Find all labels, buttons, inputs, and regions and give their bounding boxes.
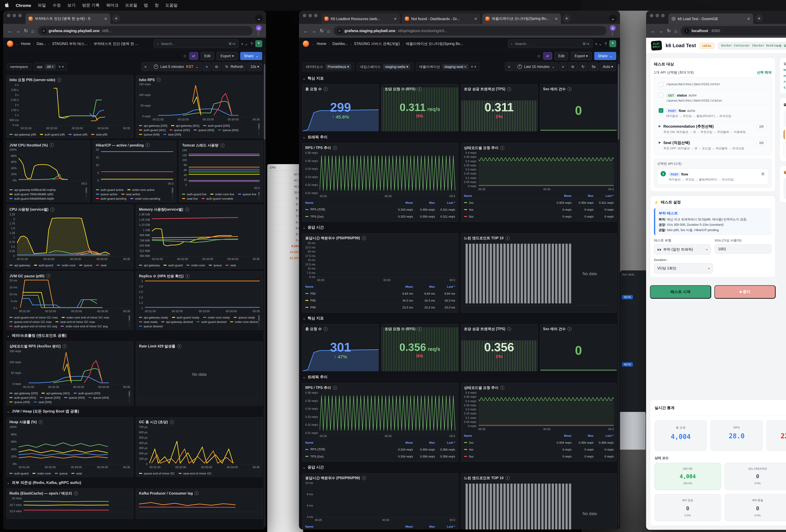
section-header[interactable]: ⌄핵심 지표 <box>302 315 617 322</box>
panel-title[interactable]: 상태코드별 요청 추이i <box>464 386 614 390</box>
profile-avatar[interactable]: 슬 <box>610 25 616 31</box>
api-group-row[interactable]: ▶Recommendation (추천선택)추천 ON: 매치옵션 → 큐 → … <box>657 121 769 137</box>
add-dashboard-icon[interactable]: + ⌄ <box>595 41 602 46</box>
time-shift-forward-button[interactable]: » <box>203 62 211 71</box>
legend-item[interactable]: queue [403] <box>64 396 85 399</box>
section-header[interactable]: ⌄응답 시간 <box>302 464 617 471</box>
browser-tab[interactable]: K6 Loadtest Resources (web...✕ <box>321 14 400 24</box>
new-tab-button[interactable]: + <box>112 15 120 22</box>
search-input[interactable]: ⌕Search...⌘+k <box>154 39 238 48</box>
user-avatar[interactable] <box>609 40 616 47</box>
panel-title[interactable]: Istio RPSi <box>139 78 260 82</box>
legend-item[interactable]: api-gateway ready <box>139 316 168 319</box>
kebab-menu-icon[interactable]: ⋮ <box>610 31 615 36</box>
series-name-cell[interactable]: RPS (전체) <box>305 208 391 212</box>
time-shift-back-button[interactable]: « <box>505 62 513 71</box>
panel-title[interactable]: 느린 엔드포인트 TOP 10i <box>464 476 614 481</box>
panel-title[interactable]: 느린 엔드포인트 TOP 10i <box>464 236 614 240</box>
menu-item-0[interactable]: Chrome <box>16 3 31 8</box>
panel-title[interactable]: Redis (ElastiCache) — ops/s / 메모리i <box>9 491 130 496</box>
home-button[interactable]: ⌂ <box>31 28 34 33</box>
legend-item[interactable]: auth-guard p95 <box>40 133 65 136</box>
legend-scrollbar[interactable] <box>258 315 260 327</box>
series-name-cell[interactable]: 5xx <box>464 215 550 218</box>
browser-tab[interactable]: 부하테스트 진단 (병목 한 눈에) - S✕ <box>25 14 110 24</box>
legend-item[interactable]: api-gateway p95 <box>9 133 36 136</box>
legend-item[interactable]: queue active <box>96 192 117 196</box>
legend-item[interactable]: seat [200] <box>163 133 181 136</box>
menu-item-1[interactable]: 파일 <box>38 2 46 8</box>
api-item[interactable]: GET statusAUTH/queue/matches/{matchId}/s… <box>657 90 769 105</box>
panel-toggle-icon[interactable]: ⇄ <box>543 52 552 60</box>
legend-item[interactable]: order-core end of minor GC avg <box>61 324 108 328</box>
breadcrumb-item[interactable]: 부하테스트 진단 (병목 한 ... <box>94 41 138 46</box>
legend-item[interactable]: order-core <box>32 472 51 475</box>
zoom-button[interactable] <box>661 14 665 17</box>
tab-search-chevron[interactable]: ⌄ <box>255 15 263 22</box>
panel-title[interactable]: JVM CPU throttled (%)i <box>9 143 87 147</box>
url-bar[interactable]: ⊙grafana.staging.playball.one/d/springbo… <box>333 26 606 36</box>
legend-item[interactable]: auth-guard-7899c98d86-xjf55 <box>9 192 87 196</box>
selected-api-item[interactable]: 1POST flow매치옵션 → 큐진입 → 폴링(READY) → 좌석진입✕ <box>657 168 768 185</box>
breadcrumb-item[interactable]: Home <box>317 42 326 46</box>
legend-item[interactable]: order-core live <box>210 192 234 196</box>
panel-title[interactable]: 상태코드별 RPS (4xx/5xx 분리)i <box>9 344 130 349</box>
tab-close-icon[interactable]: ✕ <box>104 17 107 21</box>
forward-button[interactable]: → <box>659 28 663 33</box>
legend-scrollbar[interactable] <box>129 391 130 403</box>
variable-chip[interactable]: 네임스페이스staging-webs ▾ <box>357 63 414 71</box>
stop-test-button[interactable]: ■ 중지 <box>714 285 776 299</box>
favorite-star-icon[interactable]: ☆ <box>183 54 187 58</box>
legend-item[interactable]: auth-guard [401] <box>139 128 165 132</box>
breadcrumb-item[interactable]: Home <box>21 42 30 46</box>
reload-button[interactable]: ↻ <box>24 28 28 33</box>
legend-item[interactable]: api-gateway [401] <box>171 124 199 128</box>
grafana-logo[interactable] <box>7 41 13 47</box>
legend-item[interactable]: seat <box>226 263 236 267</box>
section-header[interactable]: ⌄응답 시간 <box>302 224 617 231</box>
legend-item[interactable]: queue end of minor GC max <box>9 320 52 324</box>
breadcrumb-item[interactable]: Dashbo... <box>332 42 348 46</box>
menu-item-2[interactable]: 수정 <box>52 2 61 8</box>
series-name-cell[interactable]: P95 <box>305 299 391 302</box>
reload-button[interactable]: ↻ <box>667 28 671 33</box>
legend-item[interactable]: api-gateway-64f8fcdc96-mqkhp <box>9 188 87 191</box>
time-shift-back-button[interactable]: « <box>141 62 149 71</box>
legend-scrollbar[interactable] <box>258 192 260 200</box>
legend-item[interactable]: auth-guard-84b6699dd4-kkj9h <box>9 197 87 200</box>
export-button[interactable]: Export ▾ <box>571 52 592 60</box>
series-name-cell[interactable]: 4xx <box>464 448 550 451</box>
legend-item[interactable]: seat <box>71 472 82 475</box>
window-scrollbar[interactable] <box>264 55 265 526</box>
breadcrumb-item[interactable]: STAGING 서비스 관측(개발) <box>354 41 400 46</box>
legend-item[interactable]: queue [404] <box>88 396 109 399</box>
variable-chip[interactable]: 데이터소스Prometheus ▾ <box>303 63 354 71</box>
legend-item[interactable]: seat end of minor GC <box>179 472 212 475</box>
series-name-cell[interactable]: TPS (2xx) <box>305 455 391 458</box>
legend-item[interactable]: auth-guard [200] <box>74 391 100 395</box>
panel-title[interactable]: JVM GC pause (p95)i <box>9 274 130 278</box>
panel-title[interactable]: Memory 사용량(service별)i <box>139 207 260 212</box>
time-range-picker[interactable]: Last 15 minutes⌄ <box>514 62 558 71</box>
legend-item[interactable]: queue p95 <box>69 133 87 136</box>
panel-title[interactable]: 상태코드별 요청 추이i <box>464 145 614 150</box>
legend-item[interactable]: queue [200] <box>169 128 190 132</box>
legend-item[interactable]: queue [403] <box>194 128 214 132</box>
api-list[interactable]: /queue/matches/{matchId}/enterGET status… <box>654 77 771 155</box>
panel-title[interactable]: GC 총 시간 (초당)i <box>139 420 260 424</box>
legend-item[interactable]: auth-guard active <box>96 188 123 191</box>
share-button[interactable]: Share⌄ <box>240 52 262 60</box>
legend-item[interactable]: api-gateway [200] <box>139 124 167 128</box>
home-button[interactable]: ⌂ <box>674 28 677 33</box>
legend-item[interactable]: order-core desired <box>230 320 259 324</box>
api-checkbox[interactable] <box>659 93 663 97</box>
tab-close-icon[interactable]: ✕ <box>474 17 477 21</box>
legend-item[interactable]: seat <box>96 263 107 267</box>
legend-item[interactable]: order-core <box>186 263 205 267</box>
legend-item[interactable]: queue ready <box>234 316 255 319</box>
help-icon[interactable]: ? <box>605 41 607 46</box>
legend-item[interactable]: auth-guard <box>34 263 53 267</box>
variable-chip[interactable]: namespace <box>7 63 31 70</box>
api-item[interactable]: /queue/matches/{matchId}/enter <box>657 79 769 90</box>
user-avatar[interactable] <box>255 40 262 47</box>
